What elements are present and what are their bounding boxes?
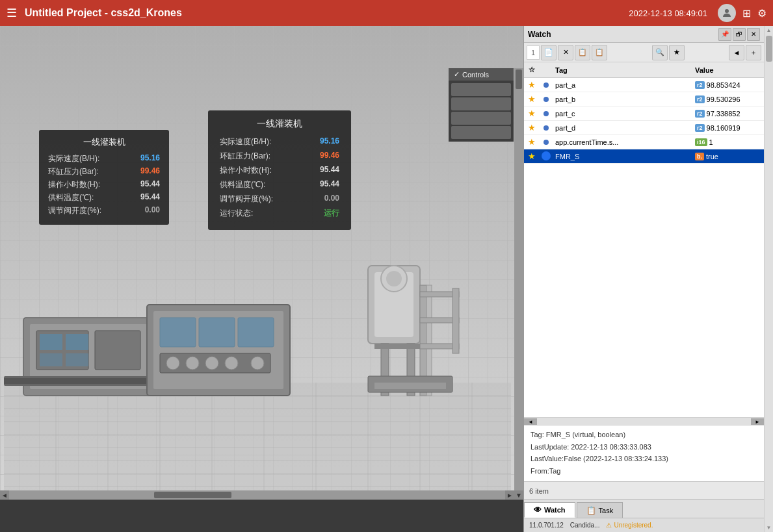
tag-cell: part_b	[553, 95, 692, 103]
table-row[interactable]: ★ app.currentTime.s... i16 1	[524, 135, 764, 149]
popup-large-row-6: 运行状态: 运行	[220, 208, 339, 219]
value-cell: r2 99.530296	[692, 95, 764, 103]
watch-panel-scrollbar[interactable]: ▲ ▼	[764, 26, 773, 532]
svg-rect-1	[4, 383, 511, 500]
scroll-left-btn[interactable]: ◄	[0, 490, 9, 500]
scrollbar-vertical[interactable]	[514, 68, 523, 500]
toolbar-paste-btn[interactable]: 📋	[592, 45, 607, 60]
svg-point-35	[166, 357, 179, 370]
table-row[interactable]: ★ part_b r2 99.530296	[524, 92, 764, 107]
tab-watch[interactable]: 👁 Watch	[524, 502, 575, 518]
watch-table-header: ☆ Tag Value	[524, 62, 764, 78]
popup-small-row-5: 调节阀开度(%): 0.00	[48, 205, 160, 216]
vscroll-up-btn[interactable]: ▲	[766, 27, 772, 33]
star-cell[interactable]: ★	[524, 94, 540, 104]
star-cell[interactable]: ★	[524, 137, 540, 147]
watch-detail: Tag: FMR_S (virtual, boolean) LastUpdate…	[524, 425, 764, 481]
svg-rect-25	[40, 353, 62, 366]
toolbar-prev-btn[interactable]: ◄	[729, 45, 744, 60]
settings-icon[interactable]: ⚙	[757, 7, 766, 19]
svg-point-36	[186, 357, 199, 370]
toolbar-star-btn[interactable]: ★	[669, 45, 685, 60]
user-avatar[interactable]	[718, 4, 736, 22]
viewport-bottom-bar	[0, 500, 523, 532]
menu-icon[interactable]: ☰	[7, 6, 17, 20]
table-row[interactable]: ★ part_a r2 98.853424	[524, 78, 764, 92]
svg-point-37	[205, 357, 218, 370]
watch-close-btn[interactable]: ✕	[747, 28, 760, 41]
watch-panel-icons: 📌 🗗 ✕	[718, 28, 760, 41]
svg-rect-23	[40, 334, 62, 350]
controls-body	[449, 81, 514, 142]
grid-view-icon[interactable]: ⊞	[742, 7, 751, 19]
watch-table: ☆ Tag Value ★ part_a r2 98.853424 ★ part…	[524, 62, 764, 417]
popup-large-row-3: 操作小时数(H): 95.44	[220, 165, 339, 176]
vscroll-down-btn[interactable]: ▼	[766, 525, 772, 531]
scroll-down-btn[interactable]: ▼	[514, 490, 523, 500]
popup-large-title: 一线灌装机	[220, 118, 339, 130]
control-row-1	[451, 83, 511, 96]
controls-panel: ✓ Controls	[449, 68, 514, 142]
unregistered-warning: ⚠ Unregistered.	[606, 522, 653, 529]
dot-cell	[540, 124, 553, 132]
detail-last-update: LastUpdate: 2022-12-13 08:33:33.083	[531, 442, 757, 453]
table-row[interactable]: ★ part_c r2 97.338852	[524, 107, 764, 121]
tab-task[interactable]: 📋 Task	[577, 502, 623, 518]
top-icons: ⊞ ⚙	[718, 4, 766, 22]
watch-float-btn[interactable]: 🗗	[733, 28, 746, 41]
popup-large-row-5: 调节阀开度(%): 0.00	[220, 194, 339, 205]
star-cell[interactable]: ★	[524, 108, 540, 118]
warning-text: Unregistered.	[614, 522, 653, 529]
dot-cell	[540, 110, 553, 118]
toolbar-add-btn[interactable]: +	[746, 45, 761, 60]
version-label: 11.0.701.12	[529, 522, 564, 529]
candidate-label: Candida...	[570, 522, 600, 529]
toolbar-copy-btn[interactable]: 📋	[575, 45, 590, 60]
toolbar-doc-btn[interactable]: 📄	[541, 45, 557, 60]
star-cell[interactable]: ★	[524, 80, 540, 90]
controls-label: Controls	[462, 71, 489, 79]
star-icon: ★	[528, 123, 536, 133]
scroll-thumb-vertical[interactable]	[516, 70, 522, 89]
col-header-tag: Tag	[553, 66, 692, 74]
svg-rect-52	[452, 288, 459, 353]
watch-title-bar: Watch 📌 🗗 ✕	[524, 26, 764, 43]
table-row[interactable]: ★ FMR_S b. true	[524, 149, 764, 164]
watch-hscroll[interactable]: ◄ ►	[524, 417, 764, 425]
dot-icon	[542, 151, 551, 160]
bottom-status-bar: 11.0.701.12 Candida... ⚠ Unregistered.	[524, 518, 764, 532]
col-header-star: ☆	[524, 66, 540, 74]
col-header-value: Value	[692, 66, 764, 74]
value-cell: b. true	[692, 153, 764, 160]
dot-icon	[544, 111, 549, 116]
svg-rect-54	[374, 383, 446, 389]
star-icon: ★	[528, 94, 536, 104]
popup-small-row-2: 环缸压力(Bar): 99.46	[48, 166, 160, 177]
svg-rect-46	[374, 344, 420, 349]
tag-cell: part_d	[553, 124, 692, 132]
tag-cell: part_a	[553, 81, 692, 89]
star-cell[interactable]: ★	[524, 123, 540, 133]
warning-icon: ⚠	[606, 522, 612, 529]
popup-large-row-4: 供料温度(℃): 95.44	[220, 179, 339, 190]
svg-point-0	[725, 9, 729, 13]
vscroll-thumb[interactable]	[766, 36, 772, 62]
detail-last-value: LastValue:False (2022-12-13 08:33:24.133…	[531, 453, 757, 464]
scroll-thumb-horizontal[interactable]	[154, 492, 231, 498]
svg-rect-31	[160, 318, 196, 347]
toolbar-delete-btn[interactable]: ✕	[558, 45, 573, 60]
hscroll-right[interactable]: ►	[751, 418, 764, 425]
svg-rect-24	[66, 334, 88, 350]
scroll-right-btn[interactable]: ►	[505, 490, 514, 500]
table-row[interactable]: ★ part_d r2 98.160919	[524, 121, 764, 135]
value-cell: r2 98.853424	[692, 81, 764, 89]
star-cell[interactable]: ★	[524, 151, 540, 161]
3d-viewport[interactable]: 一线灌装机 实际速度(B/H): 95.16 环缸压力(Bar): 99.46 …	[0, 26, 523, 532]
watch-pin-btn[interactable]: 📌	[718, 28, 731, 41]
scrollbar-horizontal[interactable]	[0, 490, 514, 500]
type-badge: r2	[695, 81, 705, 89]
popup-large-row-1: 实际速度(B/H): 95.16	[220, 136, 339, 147]
dot-cell	[540, 81, 553, 89]
hscroll-left[interactable]: ◄	[524, 418, 537, 425]
toolbar-search-btn[interactable]: 🔍	[652, 45, 668, 60]
